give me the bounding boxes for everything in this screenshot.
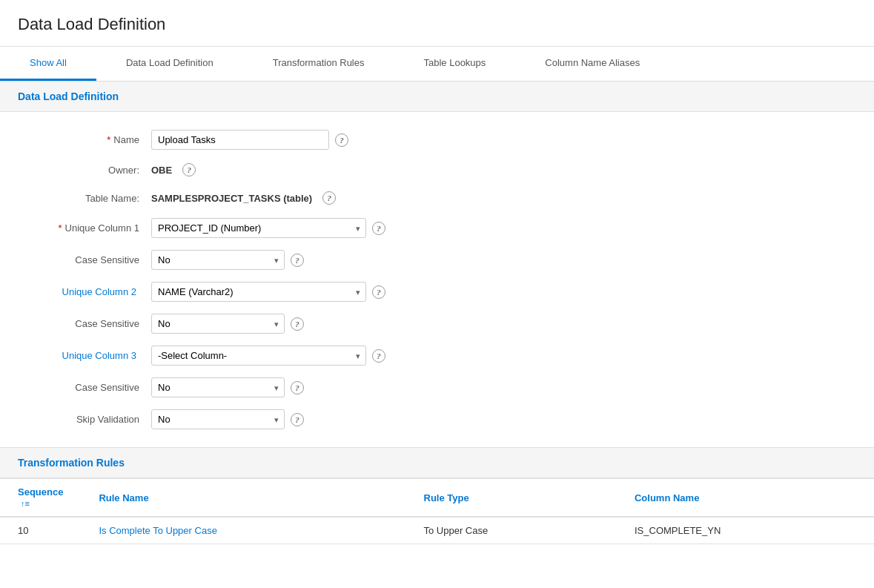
case-sensitive3-select-wrapper: No Yes ▾ <box>151 377 285 397</box>
transformation-section: Transformation Rules Sequence ↑≡ Rule Na… <box>0 448 874 544</box>
owner-label: Owner: <box>18 165 151 176</box>
unique-col1-select[interactable]: PROJECT_ID (Number) <box>151 218 366 238</box>
unique-col1-row: *Unique Column 1 PROJECT_ID (Number) ▾ ? <box>0 212 874 244</box>
name-label: *Name <box>18 134 151 145</box>
transformation-table: Sequence ↑≡ Rule Name Rule Type Column N… <box>0 478 874 544</box>
case-sensitive2-select-wrapper: No Yes ▾ <box>151 314 285 334</box>
table-name-row: Table Name: SAMPLESPROJECT_TASKS (table)… <box>0 184 874 212</box>
owner-row: Owner: OBE ? <box>0 156 874 184</box>
skip-validation-help-icon[interactable]: ? <box>291 413 304 426</box>
row-rule-type: To Upper Case <box>406 517 617 544</box>
skip-validation-label: Skip Validation <box>18 414 151 425</box>
unique-col2-label: Unique Column 2 <box>18 286 151 297</box>
skip-validation-row: Skip Validation No Yes ▾ ? <box>0 403 874 435</box>
col-column-name: Column Name <box>617 479 874 518</box>
unique-col3-row: Unique Column 3 -Select Column- ▾ ? <box>0 340 874 371</box>
col-rule-type: Rule Type <box>406 479 617 518</box>
case-sensitive3-row: Case Sensitive No Yes ▾ ? <box>0 371 874 403</box>
case-sensitive1-label: Case Sensitive <box>18 254 151 265</box>
case-sensitive2-label: Case Sensitive <box>18 318 151 329</box>
owner-help-icon[interactable]: ? <box>182 163 196 176</box>
owner-value: OBE <box>151 165 172 176</box>
case-sensitive1-help-icon[interactable]: ? <box>291 254 304 267</box>
tab-show-all[interactable]: Show All <box>0 47 96 81</box>
name-input[interactable] <box>151 130 329 150</box>
skip-validation-select[interactable]: No Yes <box>151 409 285 429</box>
row-column-name: IS_COMPLETE_YN <box>617 517 874 544</box>
tab-transformation-rules[interactable]: Transformation Rules <box>243 47 394 81</box>
unique-col3-select[interactable]: -Select Column- <box>151 346 366 366</box>
tab-data-load-definition[interactable]: Data Load Definition <box>96 47 243 81</box>
case-sensitive1-select[interactable]: No Yes <box>151 250 285 270</box>
row-sequence: 10 <box>0 517 81 544</box>
unique-col2-help-icon[interactable]: ? <box>372 285 385 299</box>
tab-bar: Show All Data Load Definition Transforma… <box>0 47 874 82</box>
row-rule-name[interactable]: Is Complete To Upper Case <box>81 517 405 544</box>
table-header-row: Sequence ↑≡ Rule Name Rule Type Column N… <box>0 479 874 518</box>
form-section-header: Data Load Definition <box>0 82 874 112</box>
unique-col2-select-wrapper: NAME (Varchar2) ▾ <box>151 282 366 302</box>
case-sensitive2-row: Case Sensitive No Yes ▾ ? <box>0 308 874 340</box>
transformation-section-header: Transformation Rules <box>0 448 874 478</box>
unique-col2-label-text: Unique Column 2 <box>62 286 136 297</box>
form-area: *Name ? Owner: OBE ? Table Name: SAMPLES… <box>0 112 874 448</box>
case-sensitive2-select[interactable]: No Yes <box>151 314 285 334</box>
case-sensitive3-label: Case Sensitive <box>18 382 151 393</box>
unique-col3-help-icon[interactable]: ? <box>372 349 385 363</box>
tab-column-name-aliases[interactable]: Column Name Aliases <box>515 47 669 81</box>
table-name-value: SAMPLESPROJECT_TASKS (table) <box>151 193 312 204</box>
required-star-name: * <box>107 134 110 145</box>
unique-col2-select[interactable]: NAME (Varchar2) <box>151 282 366 302</box>
table-area: Sequence ↑≡ Rule Name Rule Type Column N… <box>0 478 874 544</box>
skip-validation-select-wrapper: No Yes ▾ <box>151 409 285 429</box>
case-sensitive1-row: Case Sensitive No Yes ▾ ? <box>0 244 874 276</box>
unique-col2-row: Unique Column 2 NAME (Varchar2) ▾ ? <box>0 276 874 308</box>
table-row: 10 Is Complete To Upper Case To Upper Ca… <box>0 517 874 544</box>
unique-col1-select-wrapper: PROJECT_ID (Number) ▾ <box>151 218 366 238</box>
case-sensitive1-select-wrapper: No Yes ▾ <box>151 250 285 270</box>
unique-col3-select-wrapper: -Select Column- ▾ <box>151 346 366 366</box>
table-name-help-icon[interactable]: ? <box>322 191 336 205</box>
sort-icon: ↑≡ <box>21 499 30 508</box>
col-rule-name: Rule Name <box>81 479 405 518</box>
case-sensitive3-help-icon[interactable]: ? <box>291 381 304 394</box>
col-sequence[interactable]: Sequence ↑≡ <box>0 479 81 518</box>
name-help-icon[interactable]: ? <box>335 133 348 147</box>
table-name-label: Table Name: <box>18 193 151 204</box>
required-star-col1: * <box>58 222 62 234</box>
tab-table-lookups[interactable]: Table Lookups <box>394 47 515 81</box>
unique-col1-label: *Unique Column 1 <box>18 222 151 234</box>
case-sensitive2-help-icon[interactable]: ? <box>291 317 304 331</box>
case-sensitive3-select[interactable]: No Yes <box>151 377 285 397</box>
name-row: *Name ? <box>0 124 874 156</box>
unique-col1-help-icon[interactable]: ? <box>372 222 385 235</box>
unique-col3-label: Unique Column 3 <box>18 350 151 361</box>
unique-col3-label-text: Unique Column 3 <box>62 350 136 361</box>
page-title: Data Load Definition <box>0 0 874 47</box>
